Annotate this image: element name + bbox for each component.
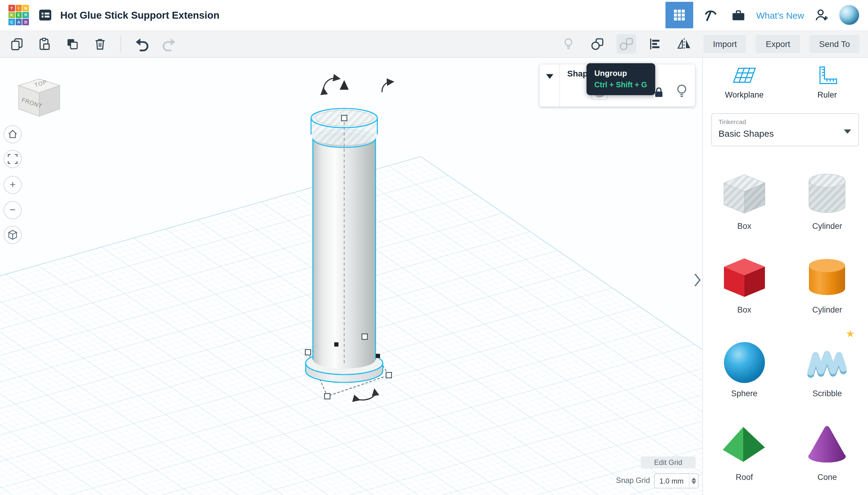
hole-box-thumb — [719, 169, 770, 219]
list-menu-icon — [37, 7, 53, 23]
ungroup-icon — [619, 36, 633, 51]
ruler-tool[interactable]: Ruler — [786, 66, 868, 99]
group-button[interactable] — [587, 34, 607, 53]
logo-tile: N — [22, 5, 29, 11]
shape-cylinder-hole[interactable]: Cylinder — [797, 169, 857, 231]
trash-icon — [93, 36, 107, 51]
mirror-button[interactable] — [674, 34, 693, 53]
panel-collapse-button[interactable] — [540, 65, 560, 107]
tooltip-title: Ungroup — [594, 68, 647, 80]
portfolio-button[interactable] — [728, 5, 749, 25]
shape-label: Roof — [714, 473, 774, 482]
ruler-label: Ruler — [817, 90, 837, 99]
pickaxe-icon — [703, 7, 719, 23]
whats-new-link[interactable]: What's New — [756, 10, 804, 20]
hide-lightbulb-icon — [674, 83, 689, 99]
app-header: T I N K E R C A D Hot Glue Stick Support… — [0, 0, 868, 30]
select-caret-icon — [844, 130, 851, 134]
ruler-icon — [816, 66, 839, 85]
shape-cone[interactable]: Cone — [797, 420, 857, 482]
shape-grid: Box Cylinder Box — [703, 169, 868, 482]
group-icon — [590, 36, 604, 51]
snap-grid-value: 1.0 mm — [655, 477, 689, 485]
briefcase-icon — [731, 7, 747, 23]
designs-menu-button[interactable] — [36, 6, 54, 24]
toolbar-divider — [120, 36, 121, 51]
cone-thumb — [802, 420, 853, 470]
export-button[interactable]: Export — [756, 35, 800, 53]
collapse-caret-icon — [546, 74, 553, 79]
shape-library-select[interactable]: Tinkercad Basic Shapes — [711, 113, 859, 146]
align-button[interactable] — [645, 34, 665, 53]
lock-icon — [653, 86, 664, 98]
logo-tile: E — [15, 12, 22, 18]
delete-button[interactable] — [91, 34, 110, 53]
import-button[interactable]: Import — [703, 35, 746, 53]
toolbar-left — [0, 34, 179, 53]
snap-grid-spinner[interactable] — [689, 474, 698, 488]
spinner-down-icon[interactable] — [691, 481, 696, 484]
fit-view-button[interactable] — [4, 150, 22, 168]
edit-grid-button[interactable]: Edit Grid — [641, 457, 695, 468]
scene-svg[interactable] — [0, 57, 702, 495]
shape-label: Cylinder — [797, 222, 857, 231]
toolbar-right: Import Export Send To — [558, 34, 868, 53]
ungroup-tooltip: Ungroup Ctrl + Shift + G — [587, 63, 655, 95]
shape-box-hole[interactable]: Box — [714, 169, 774, 231]
raise-handle-cone[interactable] — [340, 80, 349, 90]
header-actions: What's New — [666, 2, 868, 28]
redo-button[interactable] — [160, 34, 179, 53]
shape-scribble[interactable]: ★ Scribble — [797, 336, 857, 398]
logo-tile: A — [15, 19, 22, 25]
view-cube[interactable]: TOP FRONT — [13, 75, 65, 131]
favorite-star-icon[interactable]: ★ — [846, 328, 855, 340]
home-icon — [6, 128, 19, 141]
spinner-up-icon[interactable] — [691, 478, 696, 480]
paste-icon — [37, 36, 52, 51]
scribble-thumb — [802, 336, 853, 387]
workplane-icon — [733, 66, 756, 85]
home-view-button[interactable] — [4, 125, 22, 143]
snap-grid-label: Snap Grid — [616, 476, 650, 485]
duplicate-button[interactable] — [63, 34, 82, 53]
invite-button[interactable] — [811, 5, 832, 25]
shape-roof[interactable]: Roof — [714, 420, 774, 482]
lightbulb-icon — [561, 36, 575, 51]
shape-sphere[interactable]: Sphere — [714, 336, 774, 398]
workplane-tool[interactable]: Workplane — [703, 66, 786, 99]
tinkercad-logo[interactable]: T I N K E R C A D — [9, 5, 29, 25]
shape-label: Sphere — [714, 389, 774, 398]
send-to-button[interactable]: Send To — [809, 35, 859, 53]
shape-label: Box — [714, 222, 774, 231]
copy-button[interactable] — [7, 34, 27, 53]
hide-button[interactable] — [674, 83, 690, 101]
design-title[interactable]: Hot Glue Stick Support Extension — [60, 9, 219, 21]
tinker-blocks-button[interactable] — [701, 5, 721, 25]
shape-label: Cylinder — [797, 305, 857, 314]
shape-label: Box — [714, 305, 774, 314]
logo-tile: K — [9, 12, 15, 18]
zoom-in-button[interactable]: + — [4, 176, 22, 194]
shape-label: Cone — [797, 473, 857, 482]
logo-tile: R — [22, 12, 29, 18]
tinkercad-app: T I N K E R C A D Hot Glue Stick Support… — [0, 0, 868, 495]
zoom-out-button[interactable]: − — [4, 201, 22, 219]
red-box-thumb — [719, 252, 770, 303]
duplicate-icon — [65, 36, 80, 51]
logo-tile: T — [9, 5, 15, 11]
ungroup-button[interactable] — [616, 34, 636, 53]
shape-box-solid[interactable]: Box — [714, 252, 774, 314]
sidebar-collapse-chevron[interactable] — [692, 272, 702, 288]
shape-cylinder-solid[interactable]: Cylinder — [797, 252, 857, 314]
hole-cylinder-thumb — [802, 169, 853, 219]
dashboard-grid-button[interactable] — [666, 2, 693, 28]
paste-button[interactable] — [35, 34, 54, 53]
snap-grid-select[interactable]: 1.0 mm — [654, 473, 699, 489]
undo-button[interactable] — [132, 34, 151, 53]
user-avatar[interactable] — [839, 5, 859, 25]
3d-viewport[interactable]: TOP FRONT + − — [0, 57, 702, 495]
fit-view-icon — [6, 152, 19, 166]
orange-cylinder-thumb — [802, 252, 853, 303]
perspective-toggle-button[interactable] — [4, 226, 22, 244]
show-all-button[interactable] — [558, 34, 578, 53]
